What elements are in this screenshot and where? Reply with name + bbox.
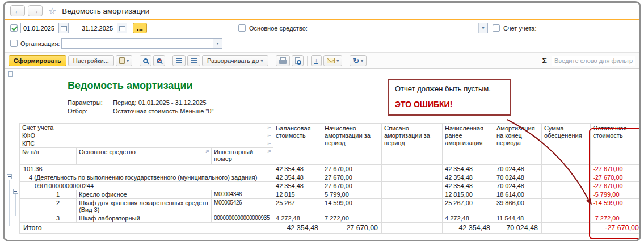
refresh-button[interactable]: ↻ ▾	[350, 55, 367, 66]
toolbar-separator	[169, 56, 169, 66]
print-preview-button[interactable]	[292, 55, 304, 66]
total-label: Итого	[20, 223, 273, 234]
header-inventory[interactable]: ↓≡ Инвентарный номер	[212, 148, 273, 165]
cell-residual-value: -14 599,00	[591, 199, 639, 214]
cell-value	[382, 173, 443, 182]
table-row: 4 (Деятельность по выполнению государств…	[20, 173, 640, 182]
search-button[interactable]	[140, 55, 151, 66]
expand-to-button[interactable]: Разворачивать до ▾	[202, 55, 268, 66]
account-checkbox[interactable]	[493, 24, 500, 32]
header-row-number[interactable]: № п/п	[20, 148, 77, 165]
asset-dropdown-button[interactable]: ▾	[478, 23, 487, 33]
cell-value: 70 024,48	[494, 173, 542, 182]
print-button[interactable]	[276, 55, 290, 66]
tree-collapse-box[interactable]	[7, 174, 12, 179]
calendar-button[interactable]	[117, 23, 127, 33]
cell-row-number: 3	[20, 214, 77, 223]
cell-value: 27 670,00	[322, 173, 382, 182]
cell-value: 4 272,48	[443, 214, 494, 223]
period-range-dash: –	[74, 25, 77, 32]
favorite-star-icon[interactable]: ☆	[48, 6, 56, 16]
header-accrued-period[interactable]: Начислено амортизации за период	[322, 124, 382, 165]
sort-icon[interactable]: ↓≡	[267, 149, 271, 155]
cell-value: 12 815,00	[443, 190, 494, 199]
period-checkbox[interactable]	[10, 24, 18, 32]
filter-label: Отбор:	[68, 107, 113, 116]
back-button[interactable]: ←	[10, 5, 25, 16]
preview-icon	[295, 57, 300, 64]
organization-dropdown-button[interactable]: ▾	[213, 39, 222, 48]
cell-row-number: 1	[20, 190, 77, 199]
filter-value: Остаточная стоимость Меньше "0"	[113, 107, 213, 116]
organization-input[interactable]	[62, 39, 213, 48]
account-input[interactable]	[541, 23, 641, 33]
generate-button[interactable]: Сформировать	[9, 55, 66, 66]
send-email-button[interactable]: ▾	[323, 55, 342, 66]
chevron-down-icon: ▾	[216, 41, 218, 46]
calendar-button[interactable]	[58, 23, 68, 33]
cell-value	[382, 214, 443, 223]
period-to-input[interactable]	[79, 23, 117, 33]
header-kfo[interactable]: ↓≡ КФО	[20, 132, 273, 139]
cell-value: 42 354,48	[273, 173, 322, 182]
header-accrued-earlier[interactable]: Начисленная ранее амортизация	[443, 124, 494, 165]
cell-value: 27 670,00	[322, 182, 382, 190]
forward-arrow-icon: →	[32, 7, 39, 15]
expand-groups-button[interactable]	[187, 55, 200, 66]
collapse-groups-button[interactable]	[172, 55, 186, 66]
period-from-input[interactable]	[21, 23, 58, 33]
forward-button[interactable]: →	[28, 5, 43, 16]
tree-collapse-box[interactable]	[13, 189, 18, 194]
header-residual[interactable]: Остаточная стоимость	[591, 124, 639, 165]
header-asset[interactable]: ↓≡ Основное средство	[77, 148, 212, 165]
header-kps[interactable]: ↓≡ КПС	[20, 139, 273, 148]
cell-value: 5 799,00	[322, 190, 382, 199]
asset-input[interactable]	[312, 23, 478, 33]
search-icon	[143, 58, 148, 63]
cell-inventory-number: 0000000000000000935	[212, 214, 273, 223]
printer-icon	[279, 60, 287, 64]
cell-value	[542, 190, 591, 199]
cell-residual-value: -7 272,00	[591, 214, 639, 223]
tree-collapse-box[interactable]	[8, 71, 13, 77]
tree-line	[15, 194, 16, 216]
tree-line	[9, 180, 10, 226]
cancel-search-button[interactable]	[153, 55, 165, 66]
sort-icon[interactable]: ↓≡	[205, 149, 209, 155]
cell-value: 70 024,48	[494, 165, 542, 173]
quick-filter-input[interactable]	[552, 56, 635, 66]
report-toolbar: Сформировать Настройки... ▾ Разворачиват…	[5, 53, 639, 69]
header-amort-end[interactable]: Амортизация на конец периода	[494, 124, 542, 165]
chevron-down-icon: ▾	[361, 58, 363, 63]
group-label-cell: 101.36	[20, 165, 273, 173]
header-writtenoff-period[interactable]: Списано амортизации за период	[382, 124, 443, 165]
back-arrow-icon: ←	[14, 7, 22, 15]
cell-value: 4 272,48	[273, 214, 322, 223]
cell-value: 42 354,48	[443, 173, 494, 182]
cell-value	[542, 199, 591, 214]
cell-value: 25 267,00	[443, 199, 494, 214]
params-value: Период: 01.01.2025 - 31.12.2025	[113, 99, 207, 107]
save-button[interactable]: ↓	[311, 55, 322, 66]
period-options-button[interactable]: ...	[133, 23, 147, 33]
cell-row-number: 2	[20, 199, 77, 214]
settings-button[interactable]: Настройки...	[68, 55, 114, 66]
group-label-cell: 4 (Деятельность по выполнению государств…	[20, 173, 273, 182]
header-balance[interactable]: Балансовая стоимость	[273, 124, 322, 165]
sort-icon[interactable]: ↓≡	[267, 132, 271, 138]
chevron-down-icon: ▾	[336, 58, 339, 63]
window-title: Ведомость амортизации	[62, 7, 149, 15]
cell-value: 42 354,48	[443, 182, 494, 190]
header-impairment[interactable]: Сумма обесценения	[542, 124, 591, 165]
cell-value	[542, 173, 591, 182]
copy-settings-button[interactable]: ▾	[116, 55, 132, 66]
asset-checkbox[interactable]	[238, 24, 246, 32]
refresh-icon: ↻	[353, 57, 359, 65]
envelope-icon	[327, 58, 335, 63]
annotation-line1: Отчет должен быть пустым.	[395, 84, 504, 93]
sort-icon[interactable]: ↓≡	[267, 140, 271, 146]
sort-icon[interactable]: ↓≡	[267, 124, 271, 130]
header-account[interactable]: ↓≡ Счет учета	[20, 124, 273, 132]
organization-checkbox[interactable]	[10, 40, 18, 47]
cell-value: 11 544,48	[494, 214, 542, 223]
